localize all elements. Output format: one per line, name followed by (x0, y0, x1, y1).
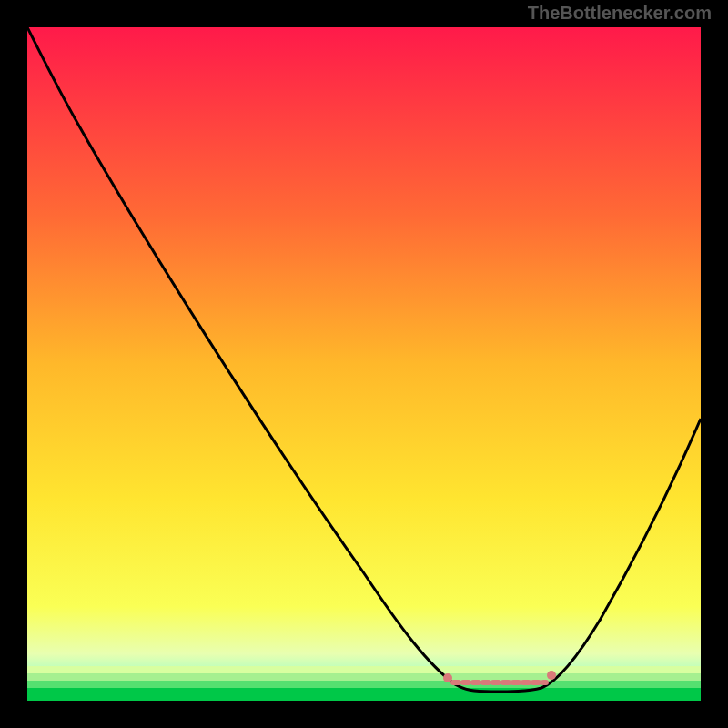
bottom-green-band (27, 666, 701, 701)
svg-rect-2 (27, 673, 701, 681)
svg-rect-3 (27, 666, 701, 673)
svg-rect-1 (27, 681, 701, 688)
gradient-background (27, 27, 701, 701)
svg-point-6 (547, 671, 556, 680)
chart-plot-area (27, 27, 701, 701)
chart-container: TheBottlenecker.com (0, 0, 728, 728)
watermark-text: TheBottlenecker.com (528, 3, 712, 24)
svg-rect-0 (27, 688, 701, 701)
svg-point-5 (443, 673, 452, 682)
bottleneck-chart-svg (27, 27, 701, 701)
